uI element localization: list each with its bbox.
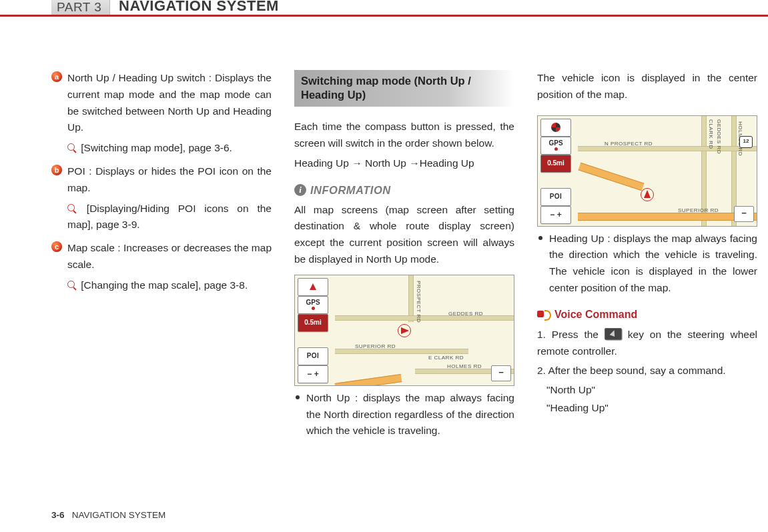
item-a-ref-text: [Switching map mode], page 3-6. bbox=[81, 142, 232, 153]
item-c-ref: [Changing the map scale], page 3-8. bbox=[51, 277, 272, 294]
item-a-ref: [Switching map mode], page 3-6. bbox=[51, 140, 272, 157]
section-header: Switching map mode (North Up / Heading U… bbox=[294, 70, 514, 107]
zoom-out-button[interactable]: − bbox=[491, 365, 511, 381]
voice-cmd-1: "North Up" bbox=[537, 382, 757, 399]
item-c-ref-text: [Changing the map scale], page 3-8. bbox=[81, 279, 248, 291]
poi-button[interactable]: POI bbox=[298, 347, 328, 365]
vehicle-icon bbox=[641, 188, 654, 201]
road-label: HOLMES RD bbox=[447, 363, 482, 371]
map-north-up: PROSPECT RD GEDDES RD SUPERIOR RD HOLMES… bbox=[294, 275, 514, 386]
col2-p1: Each time the compass button is pressed,… bbox=[294, 119, 514, 152]
bullet-icon bbox=[538, 236, 542, 240]
page-title: NAVIGATION SYSTEM bbox=[119, 0, 279, 15]
magnifier-icon bbox=[67, 143, 77, 153]
col2-p2: Heading Up → North Up →Heading Up bbox=[294, 155, 514, 172]
column-1: a North Up / Heading Up switch : Display… bbox=[51, 70, 272, 443]
column-3: The vehicle icon is displayed in the cen… bbox=[537, 70, 757, 443]
header-bar: PART 3 NAVIGATION SYSTEM bbox=[0, 0, 768, 17]
voice-cmd-2: "Heading Up" bbox=[537, 400, 757, 417]
voice-label: Voice Command bbox=[554, 306, 637, 323]
voice-step-1: 1. Press the key on the steering wheel r… bbox=[537, 327, 757, 360]
scale-button[interactable]: 0.5mi bbox=[540, 155, 571, 173]
road-label: CLARK RD bbox=[706, 119, 715, 149]
item-b: b POI : Displays or hides the POI icon o… bbox=[51, 163, 272, 197]
zoom-plus-minus-icon: − + bbox=[550, 209, 561, 221]
voice-command-heading: Voice Command bbox=[537, 306, 757, 323]
page-number: 3-6 bbox=[51, 510, 65, 520]
heading-up-desc-text: Heading Up : displays the map always fac… bbox=[549, 233, 757, 293]
zoom-button[interactable]: − + bbox=[540, 206, 571, 224]
column-2: Switching map mode (North Up / Heading U… bbox=[294, 70, 514, 443]
vehicle-icon bbox=[398, 324, 411, 337]
page-footer: 3-6 NAVIGATION SYSTEM bbox=[51, 510, 165, 520]
north-up-desc-text: North Up : displays the map always facin… bbox=[306, 392, 514, 437]
info-text: All map screens (map screen after settin… bbox=[294, 202, 514, 268]
bullet-icon bbox=[296, 395, 300, 399]
zoom-button[interactable]: − + bbox=[298, 365, 328, 383]
road-label: SUPERIOR RD bbox=[355, 343, 396, 351]
badge-a-icon: a bbox=[51, 71, 62, 82]
magnifier-icon bbox=[67, 204, 77, 213]
item-b-ref-text: [Displaying/Hiding POI icons on the map]… bbox=[67, 203, 272, 231]
north-arrow-icon bbox=[310, 283, 316, 290]
road-label: GEDDES RD bbox=[448, 310, 483, 319]
item-a-text: North Up / Heading Up switch : Displays … bbox=[67, 72, 272, 133]
steering-voice-key-icon bbox=[605, 328, 622, 340]
north-up-desc: North Up : displays the map always facin… bbox=[294, 390, 514, 439]
col3-cont: The vehicle icon is displayed in the cen… bbox=[537, 70, 757, 103]
badge-b-icon: b bbox=[51, 165, 62, 175]
item-b-ref: [Displaying/Hiding POI icons on the map]… bbox=[51, 201, 272, 234]
gps-button[interactable]: GPS bbox=[540, 137, 571, 155]
badge-c-icon: c bbox=[51, 241, 62, 252]
road-label: E CLARK RD bbox=[428, 354, 464, 363]
info-label: INFORMATION bbox=[310, 181, 391, 199]
gps-dot-icon bbox=[554, 147, 558, 151]
footer-label: NAVIGATION SYSTEM bbox=[72, 510, 166, 520]
item-c-text: Map scale : Increases or decreases the m… bbox=[67, 242, 272, 270]
road-label: SUPERIOR RD bbox=[678, 207, 719, 215]
road-label: N PROSPECT RD bbox=[605, 140, 653, 149]
part-tab: PART 3 bbox=[51, 0, 110, 15]
gps-label: GPS bbox=[306, 299, 320, 306]
voice-step-2: 2. After the beep sound, say a command. bbox=[537, 363, 757, 379]
step1a: 1. Press the bbox=[537, 329, 605, 340]
map-heading-up: N PROSPECT RD CLARK RD GEDDES RD HOLMES … bbox=[537, 115, 757, 227]
gps-button[interactable]: GPS bbox=[298, 296, 328, 314]
content-columns: a North Up / Heading Up switch : Display… bbox=[0, 37, 768, 443]
heading-compass-icon bbox=[551, 123, 560, 132]
poi-button[interactable]: POI bbox=[540, 188, 571, 206]
item-b-text: POI : Displays or hides the POI icon on … bbox=[67, 165, 272, 193]
voice-icon bbox=[537, 309, 550, 320]
zoom-plus-minus-icon: − + bbox=[307, 368, 318, 381]
info-icon: i bbox=[294, 184, 306, 196]
item-a: a North Up / Heading Up switch : Display… bbox=[51, 70, 272, 136]
item-c: c Map scale : Increases or decreases the… bbox=[51, 240, 272, 273]
gps-dot-icon bbox=[312, 307, 315, 310]
scale-button[interactable]: 0.5mi bbox=[298, 314, 328, 332]
magnifier-icon bbox=[67, 281, 77, 290]
road-label: PROSPECT RD bbox=[414, 281, 422, 323]
zoom-out-button[interactable]: − bbox=[734, 206, 754, 222]
route-shield: 12 bbox=[739, 136, 753, 148]
compass-button[interactable] bbox=[298, 278, 328, 296]
road-label: GEDDES RD bbox=[714, 119, 723, 154]
compass-button[interactable] bbox=[540, 119, 571, 137]
heading-up-desc: Heading Up : displays the map always fac… bbox=[537, 231, 757, 297]
gps-label: GPS bbox=[548, 140, 562, 147]
information-heading: i INFORMATION bbox=[294, 181, 514, 199]
